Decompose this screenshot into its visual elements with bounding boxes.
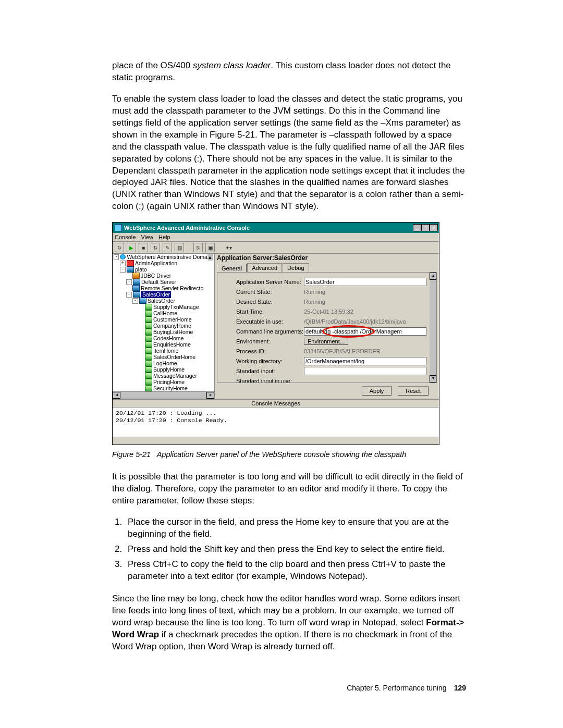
collapse-icon[interactable]: - (126, 292, 132, 298)
bean-icon (145, 373, 152, 379)
horizontal-scrollbar[interactable]: ◂ ▸ (113, 391, 214, 399)
tool-icon[interactable]: ⎘ (193, 243, 203, 252)
button-row: Apply Reset (215, 383, 439, 399)
working-directory-input[interactable] (304, 357, 426, 365)
scroll-left-icon[interactable]: ◂ (113, 392, 120, 399)
tree-bean-node[interactable]: ItemHome (114, 348, 213, 354)
wizard-icon[interactable]: ✦▾ (224, 243, 232, 252)
command-line-input[interactable] (304, 327, 426, 336)
server-icon (133, 291, 140, 298)
tree-bean-node[interactable]: CustomerHome (114, 316, 213, 323)
label: Standard input in use: (236, 378, 304, 384)
menu-help[interactable]: Help (158, 234, 170, 240)
bean-icon (145, 348, 152, 354)
standard-input-input[interactable] (304, 367, 426, 375)
tree-bean-node[interactable]: SupplyHome (114, 366, 213, 373)
tree-bean-node[interactable]: EnquiriesHome (114, 341, 213, 348)
bean-icon (145, 335, 152, 341)
tree-bean-node[interactable]: PricingHome (114, 379, 213, 385)
expand-icon[interactable]: + (126, 279, 132, 285)
vertical-scrollbar[interactable]: ▴ ▾ (430, 273, 436, 382)
tree-bean-node[interactable]: BuyingListHome (114, 329, 213, 335)
figure-screenshot: WebSphere Advanced Administrative Consol… (112, 222, 466, 445)
driver-icon (132, 273, 140, 279)
expand-icon[interactable]: + (120, 261, 126, 266)
label: Command line arguments: (236, 328, 304, 335)
play-icon[interactable]: ▶ (127, 243, 136, 252)
label: Current State: (236, 289, 304, 295)
tree-bean-node[interactable]: LogHome (114, 360, 213, 366)
tool-icon[interactable]: ⇅ (151, 243, 160, 252)
tree-bean-node[interactable]: SalesOrderHome (114, 354, 213, 360)
tab-strip: General Advanced Debug (215, 262, 439, 272)
app-icon (127, 260, 134, 266)
window-title: WebSphere Advanced Administrative Consol… (124, 225, 250, 231)
text: if a checkmark precedes the option. If t… (112, 630, 452, 651)
footer-chapter: Chapter 5. Performance tuning (347, 684, 446, 692)
steps-list: Place the cursor in the field, and press… (112, 516, 466, 583)
maximize-button[interactable]: □ (421, 224, 430, 231)
tool-icon[interactable]: ✎ (163, 243, 172, 252)
desired-state-value: Running (304, 299, 426, 305)
minimize-button[interactable]: _ (413, 224, 421, 231)
bean-icon (145, 354, 152, 360)
tree-pane: -WebSphere Administrative Doma▴ +AdminAp… (113, 254, 215, 399)
scroll-up-icon[interactable]: ▴ (207, 254, 213, 261)
close-button[interactable]: × (430, 224, 438, 231)
tree-bean-node[interactable]: CallHome (114, 310, 213, 316)
redirector-icon (132, 285, 140, 291)
scroll-down-icon[interactable]: ▾ (430, 375, 436, 382)
label: Environment: (236, 338, 304, 344)
scroll-up-icon[interactable]: ▴ (430, 273, 436, 280)
bean-icon (145, 366, 152, 373)
reset-button[interactable]: Reset (398, 386, 429, 396)
stop-icon[interactable]: ■ (139, 243, 148, 252)
server-icon (127, 266, 134, 273)
bean-icon (145, 385, 152, 391)
tab-advanced[interactable]: Advanced (247, 263, 282, 272)
label: Process ID: (236, 348, 304, 354)
scroll-right-icon[interactable]: ▸ (206, 392, 214, 399)
tree[interactable]: -WebSphere Administrative Doma▴ +AdminAp… (113, 254, 214, 391)
label: Desired State: (236, 299, 304, 305)
label: Working directory: (236, 358, 304, 364)
paragraph-3: It is possible that the parameter is too… (112, 471, 466, 507)
bean-icon (145, 316, 152, 323)
footer-page-number: 129 (454, 684, 466, 692)
text: Since the line may be long, check how th… (112, 594, 460, 627)
tool-icon[interactable]: ▣ (205, 243, 215, 252)
menu-view[interactable]: View (141, 234, 153, 240)
refresh-icon[interactable]: ↻ (115, 243, 124, 252)
paragraph-2: To enable the system class loader to loa… (112, 93, 466, 213)
menu-console[interactable]: Console (115, 234, 136, 240)
label: Executable in use: (236, 318, 304, 325)
collapse-icon[interactable]: - (114, 254, 119, 260)
bean-icon (145, 360, 152, 366)
tab-debug[interactable]: Debug (283, 263, 309, 272)
step-1: Place the cursor in the field, and press… (125, 516, 466, 540)
executable-value: /QIBM/ProdData/Java400/jdk12/bin/java (304, 318, 426, 325)
menubar: Console View Help (113, 233, 439, 242)
process-id-value: 033456/QEJB/SALESORDER (304, 348, 426, 354)
app-icon (115, 224, 122, 231)
tree-bean-node[interactable]: SupplyTxnManage (114, 304, 213, 310)
tree-bean-node[interactable]: CompanyHome (114, 323, 213, 329)
app-server-name-input[interactable] (304, 278, 426, 286)
window-titlebar: WebSphere Advanced Administrative Consol… (113, 223, 439, 233)
start-time-value: 25-Oct-01 13:59:32 (304, 309, 426, 315)
environment-button[interactable]: Environment... (304, 338, 348, 345)
tree-bean-node[interactable]: MessageManager (114, 373, 213, 379)
paragraph-1: place of the OS/400 system class loader.… (112, 60, 466, 84)
panel-title: Application Server:SalesOrder (215, 254, 439, 262)
collapse-icon[interactable]: - (132, 298, 138, 304)
collapse-icon[interactable]: - (120, 267, 126, 273)
tool-icon[interactable]: ▥ (175, 243, 184, 252)
tab-body: Application Server Name: Current State:R… (217, 272, 437, 383)
container-icon (139, 298, 146, 304)
tree-bean-node[interactable]: CodesHome (114, 335, 213, 341)
bean-icon (145, 341, 152, 348)
tab-general[interactable]: General (217, 264, 247, 273)
label: Application Server Name: (236, 279, 304, 285)
apply-button[interactable]: Apply (362, 386, 392, 396)
tree-bean-node[interactable]: SecurityHome (114, 385, 213, 391)
